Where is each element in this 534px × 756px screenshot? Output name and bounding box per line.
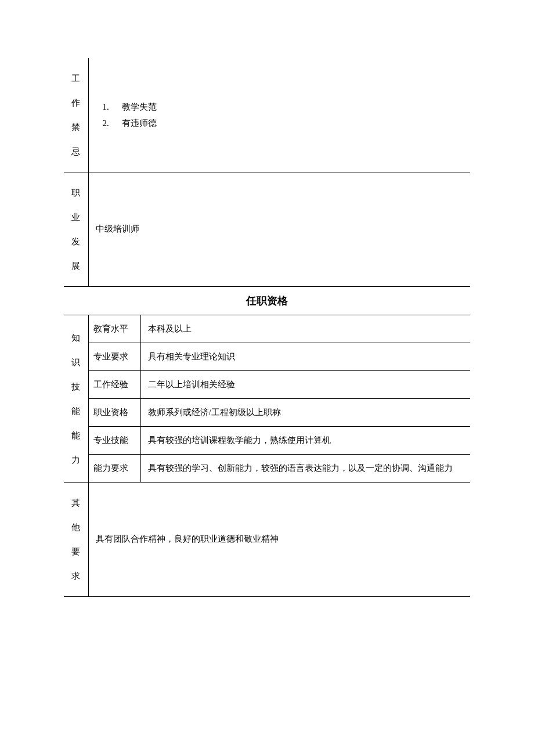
- job-spec-table: 工 作 禁 忌 1. 教学失范 2. 有违师德 职 业 发 展 中级培训师 任职…: [64, 58, 470, 597]
- skill-value-major: 具有相关专业理论知识: [140, 343, 470, 371]
- row-label-skills: 知 识 技 能 能 力: [64, 315, 88, 483]
- skill-label-education: 教育水平: [88, 315, 140, 343]
- skill-label-ability: 能力要求: [88, 455, 140, 483]
- row-label-taboo: 工 作 禁 忌: [64, 58, 88, 172]
- skill-label-professional: 专业技能: [88, 427, 140, 455]
- row-content-career: 中级培训师: [88, 172, 470, 287]
- list-num: 2.: [103, 115, 120, 132]
- row-label-other: 其 他 要 求: [64, 483, 88, 597]
- list-text: 教学失范: [122, 102, 157, 111]
- list-text: 有违师德: [122, 118, 157, 128]
- list-item: 1. 教学失范: [103, 99, 464, 116]
- list-item: 2. 有违师德: [103, 115, 464, 132]
- row-content-taboo: 1. 教学失范 2. 有违师德: [88, 58, 470, 172]
- section-header-qualifications: 任职资格: [64, 287, 470, 315]
- skill-label-major: 专业要求: [88, 343, 140, 371]
- skill-value-certification: 教师系列或经济/工程初级以上职称: [140, 399, 470, 427]
- row-content-other: 具有团队合作精神，良好的职业道德和敬业精神: [88, 483, 470, 597]
- skill-label-certification: 职业资格: [88, 399, 140, 427]
- skill-value-experience: 二年以上培训相关经验: [140, 371, 470, 399]
- list-num: 1.: [103, 99, 120, 116]
- skill-value-professional: 具有较强的培训课程教学能力，熟练使用计算机: [140, 427, 470, 455]
- row-label-career: 职 业 发 展: [64, 172, 88, 287]
- skill-value-education: 本科及以上: [140, 315, 470, 343]
- skill-label-experience: 工作经验: [88, 371, 140, 399]
- skill-value-ability: 具有较强的学习、创新能力，较强的语言表达能力，以及一定的协调、沟通能力: [140, 455, 470, 483]
